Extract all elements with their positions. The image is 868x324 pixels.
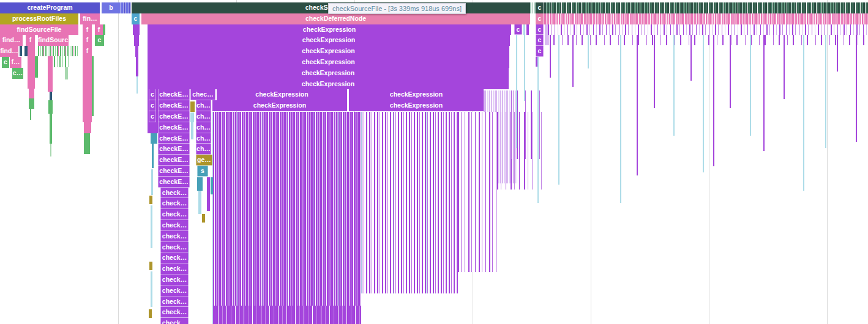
frame-checkE[interactable]: checkE… [158, 144, 190, 155]
frame-f[interactable]: f [26, 35, 35, 46]
frame-checkExpression[interactable]: checkExpression [148, 24, 511, 35]
frame-c[interactable]: c [536, 13, 544, 24]
micro-frame [151, 205, 152, 248]
dense-frames-region [214, 306, 361, 324]
frame-c[interactable]: c… [12, 68, 23, 79]
frame-findSourceFile[interactable]: findSourceFile [0, 24, 78, 35]
frame-f[interactable]: f [83, 46, 92, 57]
gridline [118, 0, 119, 324]
frame-c[interactable]: c [132, 13, 140, 24]
frame-ch[interactable]: ch… [196, 100, 211, 111]
frame-checkDeferredNode[interactable]: checkDeferredNode [141, 13, 530, 24]
frame-check[interactable]: check… [160, 188, 189, 199]
micro-frame [151, 169, 153, 195]
frame-check[interactable]: check… [160, 318, 189, 324]
frame-checkExpression[interactable]: checkExpression [349, 89, 484, 100]
frame-c[interactable]: c [95, 35, 104, 46]
frame-checkExpression[interactable]: checkExpression [148, 68, 509, 79]
micro-frame [133, 24, 140, 35]
frame-checkExpression[interactable]: checkExpression [217, 89, 347, 100]
frame-c[interactable]: c [149, 111, 156, 122]
frame-check[interactable]: check… [160, 231, 189, 242]
frame-processRootFiles[interactable]: processRootFiles [0, 13, 78, 24]
frame-ch[interactable]: ch… [196, 111, 211, 122]
micro-frame [191, 122, 193, 139]
frame-check[interactable]: check… [160, 296, 189, 307]
drip-line [763, 35, 765, 151]
frame-f[interactable]: f… [10, 57, 21, 68]
drip-line [524, 24, 525, 101]
frame-c[interactable]: c [149, 89, 156, 100]
drip-line [690, 35, 692, 81]
drip-line [637, 35, 638, 175]
micro-frame [50, 114, 52, 144]
frame-checkExpression[interactable]: checkExpression [349, 100, 484, 111]
frame-c[interactable]: c [514, 24, 522, 35]
drip-line [703, 35, 704, 172]
frame-check[interactable]: check… [160, 307, 189, 318]
micro-frame [84, 122, 91, 133]
micro-frame [202, 214, 205, 223]
frame-checkExpression[interactable]: checkExpression [212, 100, 347, 111]
dense-frames-region [544, 13, 868, 24]
frame-checkExpression[interactable]: checkExpression [148, 57, 509, 68]
frame-ch[interactable]: ch… [196, 122, 211, 133]
frame-c[interactable]: c [149, 100, 156, 111]
micro-frame [198, 191, 201, 214]
frame-checkE[interactable]: checkE… [158, 111, 190, 122]
frame-check[interactable]: check… [160, 285, 189, 296]
frame-checkE[interactable]: checkE… [158, 122, 190, 133]
frame-c[interactable]: c [536, 46, 544, 57]
dense-frames-region [548, 35, 868, 45]
frame-check[interactable]: check… [160, 220, 189, 231]
micro-frame [545, 24, 548, 45]
frame-c[interactable]: c [2, 57, 9, 68]
micro-frame [29, 89, 34, 98]
frame-createProgram[interactable]: createProgram [0, 2, 100, 13]
frame-checkExpression[interactable]: checkExpression [148, 46, 509, 57]
frame-c[interactable]: c [536, 2, 544, 13]
frame-checkE[interactable]: checkE… [158, 177, 190, 188]
drip-line [620, 35, 621, 203]
frame-checkE[interactable]: checkE… [158, 100, 190, 111]
dense-frames-region [548, 24, 868, 35]
frame-s[interactable]: s [197, 166, 208, 177]
micro-frame [48, 100, 53, 114]
dense-frames-region [458, 112, 497, 272]
micro-frame [137, 76, 138, 94]
frame-f[interactable]: f [83, 35, 92, 46]
frame-findSourc[interactable]: findSourc… [38, 35, 69, 46]
micro-frame [152, 144, 154, 168]
frame-checkE[interactable]: checkE… [158, 133, 190, 144]
micro-frame [50, 92, 52, 100]
frame-check[interactable]: check… [160, 274, 189, 285]
frame-f[interactable]: f [83, 24, 92, 35]
drip-line [750, 35, 751, 136]
frame-check[interactable]: check… [160, 209, 189, 220]
flame-chart[interactable]: checkSourceFile - [3s 339ms 918us 699ns]… [0, 0, 868, 324]
frame-f[interactable]: f [95, 24, 103, 35]
frame-check[interactable]: check… [160, 252, 189, 263]
frame-checkExpression[interactable]: checkExpression [148, 79, 509, 90]
frame-fin[interactable]: fin… [80, 13, 100, 24]
drip-line [654, 35, 655, 108]
micro-frame [28, 46, 35, 89]
frame-check[interactable]: check… [160, 263, 189, 274]
frame-b[interactable]: b [102, 2, 121, 13]
frame-check[interactable]: check… [160, 242, 189, 253]
frame-find[interactable]: find… [0, 35, 23, 46]
frame-checkE[interactable]: checkE… [158, 89, 190, 100]
drip-line [730, 35, 731, 108]
frame-check[interactable]: check… [160, 198, 189, 209]
frame-ch[interactable]: ch… [196, 144, 211, 155]
frame-checkE[interactable]: checkE… [158, 155, 190, 166]
frame-c[interactable]: c [536, 24, 544, 35]
frame-checkE[interactable]: checkE… [158, 166, 190, 177]
frame-ch[interactable]: ch… [196, 133, 211, 144]
micro-frame [197, 177, 203, 191]
frame-chec[interactable]: chec… [190, 89, 215, 100]
frame-checkExpression[interactable]: checkExpression [148, 35, 510, 46]
frame-c[interactable]: c [536, 35, 544, 46]
frame-ge[interactable]: ge… [196, 155, 212, 166]
frame-find[interactable]: find… [0, 46, 18, 57]
